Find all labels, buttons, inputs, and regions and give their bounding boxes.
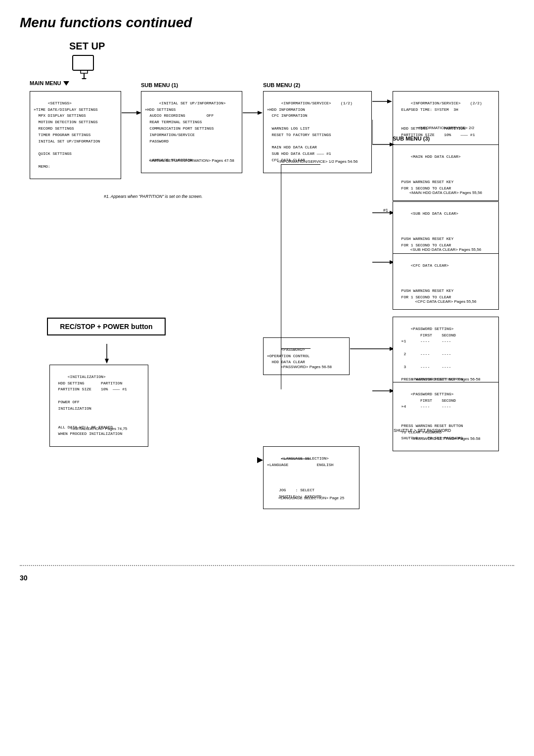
shuttle-set-password: SHUTTLE > SET PASSWORD bbox=[394, 428, 451, 433]
arrow-sub1-to-sub2 bbox=[243, 109, 263, 118]
arrow-recstop-down bbox=[104, 344, 110, 366]
svg-marker-23 bbox=[257, 457, 263, 463]
footnote: #1. Appears when "PARTITION" is set on t… bbox=[104, 194, 203, 199]
svg-marker-22 bbox=[105, 359, 109, 364]
main-menu-header: MAIN MENU bbox=[30, 80, 71, 86]
page-container: Menu functions continued SET UP MAIN MEN… bbox=[0, 0, 534, 756]
sub-menu2-password-box: <PASSWORD> »OPERATION CONTROL HDD DATA C… bbox=[263, 337, 350, 375]
recstop-box: REC/STOP + POWER button bbox=[47, 318, 166, 335]
sub3-password2-caption: <PASSWORD SETTING> Pages 56-58 bbox=[393, 436, 499, 441]
monitor-icon bbox=[72, 54, 96, 79]
sub-menu2-header: SUB MENU (2) bbox=[263, 80, 300, 89]
sub-menu1-caption: <INITIAL SET UP/INFORMATION> Pages 47-58 bbox=[141, 158, 242, 163]
sub-menu2-language-caption: <LANGUAGE SELECTION> Page 25 bbox=[263, 496, 359, 500]
sub-menu2-box1-caption: <INFORMATION/SERVICE> 1/2 Pages 54-56 bbox=[263, 159, 372, 164]
page-number: 30 bbox=[20, 574, 28, 582]
svg-marker-3 bbox=[82, 78, 87, 79]
arrow-to-password2 bbox=[372, 387, 395, 396]
sub2-connector-line bbox=[281, 164, 281, 342]
svg-marker-9 bbox=[387, 99, 392, 103]
arrow-sub2-to-sub2right bbox=[372, 97, 392, 106]
sub-menu1-header: SUB MENU (1) bbox=[141, 80, 178, 89]
initialization-box: <INITIALIZATION> HDD SETTING PARTITION P… bbox=[49, 365, 148, 447]
sub3-password1-caption: <PASSWORD SETTING> Pages 56-58 bbox=[393, 377, 499, 381]
main-menu-box: <SETTINGS> »TIME DATE/DISPLAY SETTINGS M… bbox=[30, 91, 121, 179]
sub2-to-info-line bbox=[281, 164, 320, 165]
setup-label: SET UP bbox=[69, 41, 105, 52]
arrow-to-sub-hdd bbox=[372, 209, 395, 218]
sub-menu2-password-caption: <PASSWORD> Pages 56-58 bbox=[263, 365, 350, 369]
svg-rect-0 bbox=[73, 55, 93, 70]
main-menu-arrow bbox=[63, 81, 69, 86]
bottom-border bbox=[20, 565, 514, 566]
sub3-main-hdd-caption: <MAIN HDD DATA CLEAR> Pages 55,56 bbox=[393, 190, 499, 195]
arrow-to-language bbox=[257, 456, 265, 465]
arrow-to-cfc bbox=[372, 258, 395, 267]
full-layout: SET UP MAIN MENU <SETTINGS> »TIME DATE/D… bbox=[20, 41, 514, 723]
sub-menu2-right-caption: <INFORMATION/SERVICE> 2/2 bbox=[393, 126, 499, 130]
sub2-connector-line2 bbox=[281, 342, 281, 389]
page-title: Menu functions continued bbox=[20, 15, 514, 31]
sub3-sub-hdd-caption: <SUB HDD DATA CLEAR> Pages 55,56 bbox=[393, 247, 499, 252]
sub2-to-language-line bbox=[281, 459, 311, 459]
arrow-sub2-to-sub3-mainhdd bbox=[372, 120, 395, 151]
arrow-main-to-sub1 bbox=[122, 109, 141, 118]
arrow-to-password1 bbox=[350, 345, 395, 354]
sub2-to-password-line bbox=[281, 348, 311, 349]
connector-lines bbox=[263, 164, 264, 352]
svg-marker-7 bbox=[258, 111, 263, 115]
setup-icon-area bbox=[72, 54, 96, 81]
sub3-cfc-caption: <CFC DATA CLEAR> Pages 55,56 bbox=[393, 299, 499, 304]
initialization-caption: <INITIALIZATION> Pages 74,75 bbox=[49, 426, 148, 431]
sub-menu3-header: SUB MENU (3) bbox=[393, 134, 430, 142]
